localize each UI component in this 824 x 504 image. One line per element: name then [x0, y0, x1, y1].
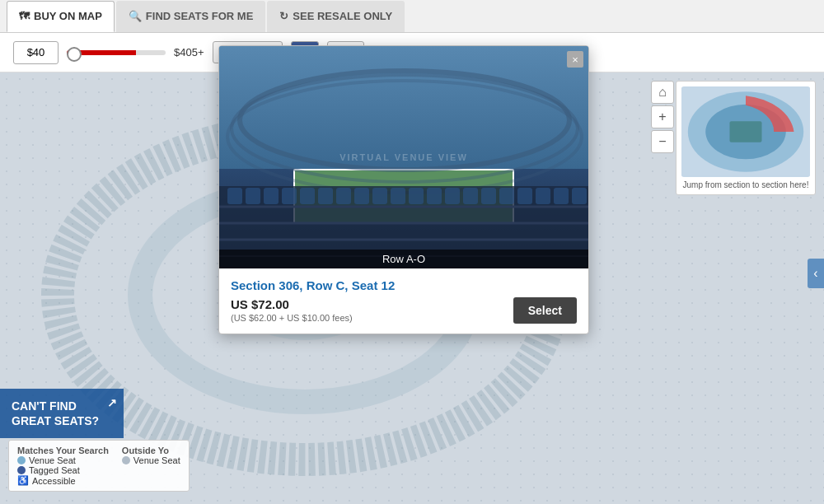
svg-rect-29: [481, 188, 496, 204]
accessible-label: Accessible: [32, 476, 76, 486]
legend: Matches Your Search Venue Seat Tagged Se…: [8, 440, 190, 492]
svg-rect-27: [445, 188, 460, 204]
svg-rect-31: [517, 188, 532, 204]
legend-tagged-seat: Tagged Seat: [17, 465, 109, 475]
tab-see-resale-label: SEE RESALE ONLY: [293, 10, 392, 22]
stadium-interior: VIRTUAL VENUE VIEW: [219, 46, 588, 268]
svg-rect-33: [554, 188, 569, 204]
price-min-input[interactable]: [13, 41, 59, 64]
tab-buy-on-map[interactable]: 🗺 BUY ON MAP: [7, 1, 115, 32]
svg-rect-19: [300, 188, 315, 204]
zoom-out-button[interactable]: −: [651, 130, 674, 153]
legend-matches-title: Matches Your Search: [17, 446, 109, 455]
tagged-seat-dot: [17, 466, 26, 474]
top-navigation: 🗺 BUY ON MAP 🔍 FIND SEATS FOR ME ↻ SEE R…: [0, 0, 824, 33]
svg-rect-21: [336, 188, 351, 204]
mini-map: Jump from section to section here!: [676, 81, 816, 195]
venue-seat-label: Venue Seat: [29, 455, 76, 465]
zoom-in-icon: +: [658, 110, 666, 124]
tab-see-resale[interactable]: ↻ SEE RESALE ONLY: [267, 1, 405, 32]
svg-rect-30: [499, 188, 514, 204]
watermark-text: VIRTUAL VENUE VIEW: [339, 152, 468, 162]
mini-map-image[interactable]: [681, 86, 810, 177]
home-button[interactable]: ⌂: [651, 81, 674, 104]
mini-map-hint: Jump from section to section here!: [681, 180, 810, 189]
seat-detail-popup: ×: [218, 45, 589, 334]
venue-seat-outside-label: Venue Seat: [133, 455, 180, 465]
cant-find-line1: CAN'T FIND: [12, 399, 77, 413]
price-slider[interactable]: [67, 50, 166, 55]
price-max-label: $405+: [174, 46, 204, 58]
venue-seat-dot: [17, 456, 26, 464]
mini-map-svg: [681, 86, 810, 177]
zoom-in-button[interactable]: +: [651, 105, 674, 128]
popup-body: Section 306, Row C, Seat 12 US $72.00 (U…: [219, 268, 588, 334]
cant-find-banner[interactable]: ↗ CAN'T FIND GREAT SEATS?: [0, 389, 124, 438]
svg-point-9: [227, 81, 582, 193]
search-icon: 🔍: [129, 10, 142, 22]
svg-rect-6: [730, 121, 762, 142]
svg-rect-24: [391, 188, 405, 204]
svg-rect-17: [264, 188, 279, 204]
tab-find-seats-label: FIND SEATS FOR ME: [146, 10, 253, 22]
price-display: US $72.00: [231, 297, 353, 311]
tagged-seat-label: Tagged Seat: [29, 465, 80, 475]
svg-rect-28: [463, 188, 478, 204]
tab-find-seats[interactable]: 🔍 FIND SEATS FOR ME: [116, 1, 265, 32]
svg-rect-34: [572, 188, 587, 204]
popup-close-button[interactable]: ×: [567, 51, 583, 68]
external-link-icon: ↗: [107, 395, 117, 410]
collapse-button[interactable]: ‹: [808, 259, 824, 288]
svg-rect-26: [427, 188, 442, 204]
svg-rect-32: [536, 188, 550, 204]
tab-buy-on-map-label: BUY ON MAP: [34, 10, 102, 22]
home-icon: ⌂: [658, 85, 667, 100]
accessible-legend-icon: ♿: [17, 475, 29, 486]
svg-rect-16: [246, 188, 260, 204]
fees-display: (US $62.00 + US $10.00 fees): [231, 313, 353, 323]
svg-rect-15: [227, 188, 242, 204]
legend-venue-seat-outside: Venue Seat: [122, 455, 180, 465]
cant-find-line2: GREAT SEATS?: [12, 414, 99, 427]
resale-icon: ↻: [279, 10, 288, 22]
venue-seat-outside-dot: [122, 456, 130, 464]
legend-outside-title: Outside Yo: [122, 446, 180, 455]
select-button[interactable]: Select: [513, 297, 577, 324]
venue-photo: VIRTUAL VENUE VIEW Row A-O: [219, 46, 588, 268]
popup-footer: US $72.00 (US $62.00 + US $10.00 fees) S…: [231, 297, 577, 324]
svg-rect-22: [354, 188, 369, 204]
legend-venue-seat: Venue Seat: [17, 455, 109, 465]
map-zoom-controls: ⌂ + −: [651, 81, 674, 153]
legend-accessible: ♿ Accessible: [17, 475, 109, 486]
svg-rect-23: [372, 188, 387, 204]
svg-rect-20: [318, 188, 333, 204]
svg-rect-25: [409, 188, 424, 204]
svg-rect-18: [282, 188, 297, 204]
row-label: Row A-O: [219, 250, 588, 268]
chevron-left-icon: ‹: [813, 266, 817, 281]
map-icon: 🗺: [19, 10, 30, 22]
section-title: Section 306, Row C, Seat 12: [231, 278, 577, 292]
zoom-out-icon: −: [658, 134, 666, 149]
legend-row: Matches Your Search Venue Seat Tagged Se…: [17, 446, 180, 486]
